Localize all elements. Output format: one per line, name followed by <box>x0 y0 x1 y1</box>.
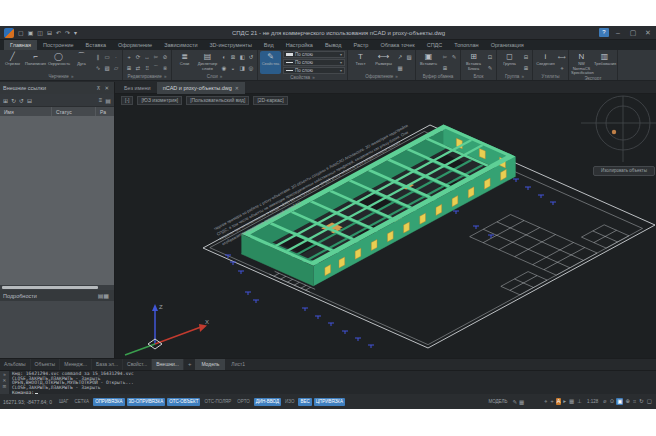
layer-on-icon[interactable]: ◐ <box>220 52 228 62</box>
viewport-control-2[interactable]: [Пользовательский вид] <box>186 96 249 105</box>
layer-walk-icon[interactable]: ◎ <box>247 63 255 73</box>
ribbon-tab-8[interactable]: Вывод <box>319 40 348 50</box>
toggle-изо[interactable]: ИЗО <box>283 398 296 406</box>
viewport-control-3[interactable]: [2D-каркас] <box>253 96 287 105</box>
minimize-button[interactable]: – <box>612 27 624 39</box>
chevron-more-icon[interactable]: » <box>395 74 398 79</box>
pan-icon[interactable]: ⌗ <box>632 398 637 405</box>
table-icon[interactable]: ▦ <box>396 63 404 73</box>
layer-color-icon[interactable]: ◧ <box>238 52 246 62</box>
toggle-цпривязка[interactable]: ЦПРИВЯЗКА <box>314 398 345 406</box>
command-strip-icon-1[interactable]: ✕ <box>3 378 7 383</box>
ribbon-button-7-0[interactable]: ◻Группа <box>499 51 520 73</box>
group-sel-icon[interactable]: ⊞ <box>522 63 530 73</box>
save-icon[interactable]: ◫ <box>36 28 44 38</box>
ribbon-tab-3[interactable]: Оформление <box>112 40 158 50</box>
toggle-3d-опривязка[interactable]: 3D-ОПРИВЯЗКА <box>127 398 166 406</box>
ribbon-tab-7[interactable]: Настройка <box>280 40 319 50</box>
close-panel-icon[interactable]: ✕ <box>102 85 111 91</box>
attach-icon[interactable]: ⊞ <box>3 97 8 104</box>
navigation-locator[interactable] <box>581 96 656 162</box>
ribbon-tab-6[interactable]: Вид <box>258 40 280 50</box>
drawing-canvas[interactable]: [-][ЮЗ изометрия][Пользовательский вид][… <box>115 94 656 358</box>
document-tab-1[interactable]: nCAD и proxy-объекты.dwg✕ <box>157 82 245 94</box>
toggle-отс-объект[interactable]: ОТС-ОБЪЕКТ <box>167 398 200 406</box>
ribbon-button-0-2[interactable]: ◯Окружность <box>48 51 69 73</box>
dock-tab-4[interactable]: Свойст... <box>123 359 152 370</box>
chevron-more-icon[interactable]: » <box>164 74 167 79</box>
chevron-more-icon[interactable]: » <box>220 74 223 79</box>
screen-icon[interactable]: ▦ <box>518 399 525 405</box>
maximize-button[interactable]: ▢ <box>627 27 639 39</box>
explode-icon[interactable]: ※ <box>161 63 169 73</box>
ribbon-tab-2[interactable]: Вставка <box>80 40 112 50</box>
close-tab-icon[interactable]: ✕ <box>235 82 239 94</box>
fillet-icon[interactable]: ⌒ <box>152 63 160 73</box>
monitor-icon[interactable]: ▢ <box>646 398 653 405</box>
crosshair-icon[interactable]: + <box>549 398 554 405</box>
viewport-control-0[interactable]: [-] <box>121 96 133 105</box>
ribbon-button-9-0[interactable]: NNW NormaCS Specification <box>571 51 592 76</box>
open-icon[interactable]: ▣ <box>27 28 35 38</box>
layout-tab-1[interactable]: Лист1 <box>225 359 251 370</box>
ribbon-tab-12[interactable]: Топоплан <box>448 40 484 50</box>
move-icon[interactable]: + <box>125 52 133 62</box>
spline-icon[interactable]: ∿ <box>94 63 102 73</box>
layer-freeze-icon[interactable]: ◉ <box>220 63 228 73</box>
pin-icon[interactable]: ⊼ <box>94 85 102 91</box>
dock-tab-2[interactable]: Менедж... <box>60 359 92 370</box>
toggle-вес[interactable]: ВЕС <box>298 398 311 406</box>
measure-icon[interactable]: ⟷ <box>558 52 566 62</box>
scrollbar-thumb[interactable] <box>2 286 98 289</box>
copy-clip-icon[interactable]: ⊞ <box>441 63 449 73</box>
leader-icon[interactable]: ↗ <box>396 52 404 62</box>
close-button[interactable]: ✕ <box>642 27 654 39</box>
refresh-icon[interactable]: ↻ <box>11 97 16 104</box>
add-layout-button[interactable]: + <box>184 359 196 370</box>
redo-icon[interactable]: ↷ <box>64 28 71 38</box>
ribbon-tab-5[interactable]: 3D-инструменты <box>204 40 258 50</box>
document-tab-0[interactable]: Без имени <box>118 82 157 94</box>
ribbon-button-8-0[interactable]: iСведения <box>535 51 556 73</box>
list-view-icon[interactable]: ≡ <box>99 97 103 103</box>
toggle-дин-ввод[interactable]: ДИН-ВВОД <box>254 398 281 406</box>
cut-icon[interactable]: ✂ <box>441 52 449 62</box>
hatch-icon[interactable]: ▨ <box>103 63 111 73</box>
command-strip-icon-2[interactable]: ⊞ <box>3 384 7 389</box>
toggle-сетка[interactable]: СЕТКА <box>73 398 92 406</box>
rectangle-icon[interactable]: ▭ <box>103 52 111 62</box>
orbit-icon[interactable]: ↻ <box>638 398 645 405</box>
ribbon-button-2-0[interactable]: ≣Слои <box>174 51 195 73</box>
property-dropdown-1[interactable]: По слою▾ <box>283 59 345 66</box>
ribbon-button-5-0[interactable]: ▣Вставить <box>418 51 439 73</box>
property-dropdown-2[interactable]: По слою▾ <box>283 67 345 74</box>
ribbon-button-4-0[interactable]: ТТекст <box>350 51 371 73</box>
layout-tab-0[interactable]: Модель <box>195 359 225 370</box>
toggle-отс-поляр[interactable]: ОТС-ПОЛЯР <box>202 398 233 406</box>
ribbon-tab-1[interactable]: Построение <box>37 40 80 50</box>
ribbon-tab-0[interactable]: Главная <box>4 40 37 50</box>
annotation-icon[interactable]: А <box>556 398 562 405</box>
column-header-1[interactable]: Статус <box>52 107 96 116</box>
ribbon-tab-9[interactable]: Растр <box>348 40 375 50</box>
dock-tab-5[interactable]: Внешни... <box>152 359 184 370</box>
dock-tab-0[interactable]: Альбомы <box>0 359 31 370</box>
refresh-all-icon[interactable]: ↺ <box>19 97 24 104</box>
link-icon[interactable]: ⊟ <box>27 97 32 104</box>
help-button[interactable]: ? <box>599 28 609 37</box>
column-header-2[interactable]: Ра <box>96 107 114 116</box>
ribbon-button-3-0[interactable]: ✎Свойства <box>260 51 281 74</box>
make-block-icon[interactable]: ⊡ <box>486 52 494 62</box>
ribbon-button-4-1[interactable]: ⟷Размеры <box>373 51 394 73</box>
trim-icon[interactable]: ✂ <box>152 52 160 62</box>
lock-icon[interactable]: ⌀ <box>602 398 607 405</box>
layer-prev-icon[interactable]: ↺ <box>247 52 255 62</box>
command-history[interactable]: Кмд: 16421294.svc command за 15_16431294… <box>9 371 656 394</box>
chevron-more-icon[interactable]: » <box>521 74 524 79</box>
ungroup-icon[interactable]: ⊟ <box>522 52 530 62</box>
ribbon-tab-13[interactable]: Организация <box>485 40 530 50</box>
region-icon[interactable]: ▱ <box>112 63 120 73</box>
info-view-icon[interactable]: ▦ <box>103 293 109 299</box>
annotation-scale[interactable]: 1:128 <box>587 399 598 404</box>
ribbon-tab-10[interactable]: Облака точек <box>374 40 420 50</box>
